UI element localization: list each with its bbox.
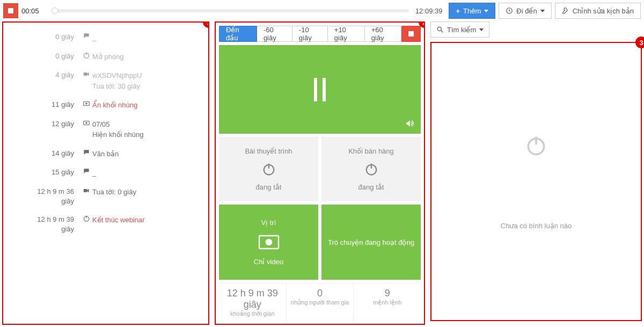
- stat-duration-label: khoảng thời gian: [219, 310, 286, 317]
- card-chat-state: Trò chuyện đang hoạt động: [323, 238, 420, 246]
- wrench-icon: [562, 7, 569, 14]
- chevron-down-icon: [484, 10, 488, 12]
- card-position-state: Chỉ video: [254, 258, 283, 266]
- timeline-text: Văn bản: [92, 149, 201, 159]
- svg-line-16: [441, 31, 443, 33]
- record-stop-button[interactable]: [3, 3, 18, 18]
- card-sales[interactable]: Khối bán hàng đang tắt: [321, 137, 421, 201]
- timeline-row[interactable]: 12 h 9 m 36giâyTua tới: 0 giây: [5, 183, 206, 210]
- svg-point-4: [86, 103, 87, 104]
- search-button[interactable]: Tìm kiếm: [430, 21, 489, 38]
- speech-icon: [80, 149, 92, 156]
- elapsed-time: 00:05: [21, 7, 48, 15]
- total-time: 12:09:39: [412, 7, 446, 15]
- seek-plus-10-button[interactable]: +10 giây: [328, 26, 365, 42]
- timeline-time: 0 giây: [5, 52, 80, 61]
- pause-icon: [314, 78, 326, 101]
- timeline-row[interactable]: 0 giâyMở phòng: [5, 47, 206, 67]
- timeline-time: 11 giây: [5, 100, 80, 110]
- goto-label: Đi đến: [516, 7, 537, 15]
- panel-comments: 3 Chưa có bình luận nào: [430, 42, 642, 321]
- timeline-row[interactable]: 12 giây07/05Hiện khối nhúng: [5, 115, 206, 144]
- svg-point-15: [437, 27, 441, 31]
- timeline-text: Mở phòng: [92, 52, 201, 62]
- edit-script-label: Chỉnh sửa kịch bản: [573, 7, 634, 15]
- empty-comments-text: Chưa có bình luận nào: [501, 222, 572, 230]
- timeline-time: 14 giây: [5, 149, 80, 158]
- stat-duration: 12 h 9 m 39 giây khoảng thời gian: [219, 284, 287, 322]
- timeline-time: 12 giây: [5, 119, 80, 129]
- power-icon: [80, 52, 92, 59]
- card-presentation-state: đang tắt: [256, 183, 282, 191]
- timeline-text: 07/05Hiện khối nhúng: [92, 119, 201, 140]
- search-label: Tìm kiếm: [447, 26, 476, 34]
- svg-point-6: [86, 122, 87, 123]
- speech-icon: [80, 168, 92, 175]
- card-presentation[interactable]: Bài thuyết trình đang tắt: [219, 137, 318, 201]
- search-icon: [436, 26, 444, 33]
- add-button[interactable]: + Thêm: [449, 3, 495, 19]
- card-sales-state: đang tắt: [358, 183, 384, 191]
- topbar: 00:05 12:09:39 + Thêm Đi đến Chỉnh sửa k…: [0, 0, 644, 21]
- panel-badge-3: 3: [635, 37, 644, 48]
- seek-minus-10-button[interactable]: -10 giây: [292, 26, 328, 42]
- seek-toolbar: Đến đầu -60 giây -10 giây +10 giây +60 g…: [219, 26, 421, 42]
- card-position-title: Vị trí: [261, 219, 276, 227]
- timeline-text: Tua tới: 0 giây: [92, 187, 201, 198]
- panel-badge-1: 1: [203, 21, 209, 28]
- camera-icon: [80, 70, 92, 78]
- stat-commands-value: 9: [354, 288, 421, 299]
- panel-timeline: 1 0 giây_0 giâyMở phòng4 giâywXSDVNphppU…: [2, 21, 209, 325]
- timeline-time: 15 giây: [5, 168, 80, 177]
- timeline-time: 4 giây: [5, 70, 80, 80]
- seek-to-start-button[interactable]: Đến đầu: [219, 26, 257, 42]
- camera-icon: [258, 234, 280, 250]
- panel-player: 2 Đến đầu -60 giây -10 giây +10 giây +60…: [215, 21, 425, 325]
- speech-icon: [80, 32, 92, 40]
- power-icon: [524, 134, 548, 157]
- timeline-text: _: [92, 32, 201, 43]
- card-chat[interactable]: Trò chuyện đang hoạt động: [321, 205, 421, 280]
- seek-minus-60-button[interactable]: -60 giây: [257, 26, 292, 42]
- goto-button[interactable]: Đi đến: [499, 3, 551, 19]
- timeline-time: 12 h 9 m 39giây: [5, 215, 80, 234]
- seek-plus-60-button[interactable]: +60 giây: [365, 26, 402, 42]
- chevron-down-icon: [540, 10, 545, 12]
- video-pause-button[interactable]: [219, 45, 421, 134]
- stat-participants: 0 những người tham gia: [287, 284, 354, 322]
- card-sales-title: Khối bán hàng: [348, 147, 394, 155]
- power-icon: [80, 215, 92, 222]
- stat-duration-value: 12 h 9 m 39 giây: [219, 288, 286, 310]
- edit-script-button[interactable]: Chỉnh sửa kịch bản: [555, 3, 641, 19]
- progress-knob[interactable]: [52, 8, 58, 14]
- stats-row: 12 h 9 m 39 giây khoảng thời gian 0 nhữn…: [219, 283, 421, 322]
- embed-icon: [80, 100, 92, 107]
- stat-participants-value: 0: [287, 288, 354, 299]
- timeline-row[interactable]: 11 giâyẨn khối nhúng: [5, 96, 206, 115]
- timeline-time: 12 h 9 m 36giây: [5, 187, 80, 206]
- stat-commands: 9 mệnh lệnh: [354, 284, 421, 322]
- timeline-row[interactable]: 12 h 9 m 39giâyKết thúc webinar: [5, 210, 206, 238]
- stat-commands-label: mệnh lệnh: [354, 299, 421, 306]
- power-icon: [261, 162, 276, 177]
- volume-icon[interactable]: [405, 119, 414, 128]
- timeline-row[interactable]: 14 giâyVăn bản: [5, 144, 206, 164]
- clock-icon: [506, 7, 513, 14]
- seek-stop-button[interactable]: [401, 26, 421, 42]
- timeline-text: Ẩn khối nhúng: [92, 100, 201, 111]
- embed-icon: [80, 119, 92, 127]
- svg-point-14: [266, 239, 272, 245]
- timeline-text: Kết thúc webinar: [92, 215, 201, 226]
- chevron-down-icon: [479, 28, 484, 31]
- timeline-row[interactable]: 0 giây_: [5, 28, 206, 47]
- power-icon: [364, 162, 379, 177]
- timeline-row[interactable]: 4 giâywXSDVNphppUTua tới: 30 giây: [5, 66, 206, 96]
- progress-slider[interactable]: [52, 9, 409, 12]
- timeline-text: wXSDVNphppUTua tới: 30 giây: [92, 70, 201, 91]
- timeline-row[interactable]: 15 giây_: [5, 163, 206, 183]
- stat-participants-label: những người tham gia: [287, 299, 354, 306]
- camera-icon: [80, 187, 92, 194]
- add-label: Thêm: [463, 7, 481, 15]
- card-position[interactable]: Vị trí Chỉ video: [219, 205, 318, 280]
- panel-comments-wrap: Tìm kiếm 3 Chưa có bình luận nào: [430, 21, 642, 325]
